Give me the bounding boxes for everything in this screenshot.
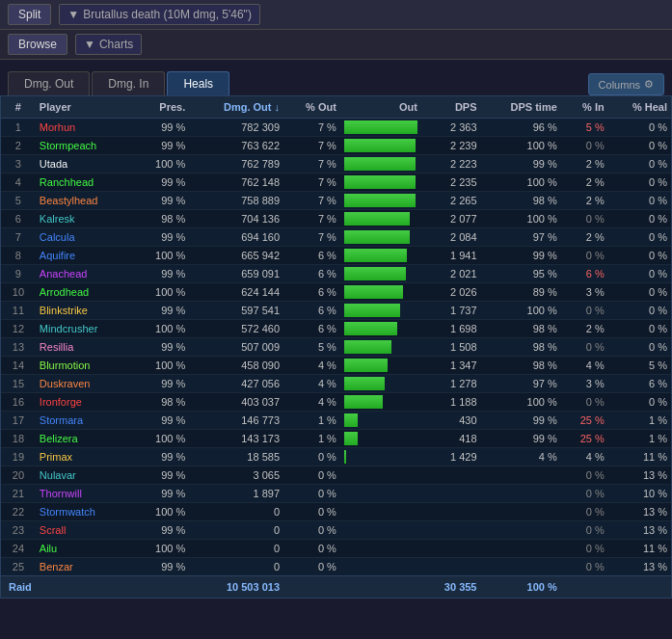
- cell-dmgout: 1 897: [189, 485, 283, 503]
- damage-bar: [344, 230, 410, 244]
- cell-bar: [340, 210, 421, 228]
- cell-dps: 2 363: [421, 119, 481, 137]
- table-row: 6 Kalresk 98 % 704 136 7 % 2 077 100 % 0…: [1, 210, 671, 228]
- cell-player[interactable]: Aquifire: [36, 247, 133, 265]
- cell-num: 23: [1, 521, 36, 540]
- cell-pctout: 7 %: [283, 119, 340, 137]
- bar-wrapper: [344, 230, 417, 244]
- table-row: 20 Nulavar 99 % 3 065 0 % 0 % 13 %: [1, 466, 671, 485]
- cell-dps: 1 278: [421, 375, 481, 393]
- cell-pctin: 4 %: [561, 448, 608, 466]
- cell-dps: [421, 558, 481, 576]
- cell-player[interactable]: Resillia: [36, 338, 133, 357]
- table-row: 13 Resillia 99 % 507 009 5 % 1 508 98 % …: [1, 338, 671, 357]
- columns-button[interactable]: Columns ⚙: [588, 73, 664, 95]
- cell-pctout: 0 %: [283, 558, 340, 576]
- cell-player[interactable]: Mindcrusher: [36, 320, 133, 338]
- cell-pres: 100 %: [133, 247, 189, 265]
- cell-player[interactable]: Calcula: [36, 228, 133, 247]
- cell-pcheal: 0 %: [608, 228, 671, 247]
- cell-player[interactable]: Kalresk: [36, 210, 133, 228]
- cell-player[interactable]: Blurmotion: [36, 357, 133, 375]
- col-pctin: % In: [561, 96, 608, 119]
- browse-button[interactable]: Browse: [8, 34, 67, 55]
- cell-dpstime: 99 %: [481, 155, 561, 173]
- charts-dropdown[interactable]: ▼ Charts: [75, 34, 142, 55]
- damage-bar: [344, 304, 400, 317]
- cell-pres: 100 %: [133, 320, 189, 338]
- table-container: # Player Pres. Dmg. Out ↓ % Out Out DPS …: [0, 95, 672, 599]
- cell-player[interactable]: Scrall: [36, 521, 133, 540]
- cell-dmgout: 694 160: [189, 228, 283, 247]
- cell-player[interactable]: Anachead: [36, 265, 133, 283]
- cell-dps: [421, 521, 481, 540]
- cell-player[interactable]: Belizera: [36, 430, 133, 448]
- cell-pctin: 0 %: [561, 466, 608, 485]
- cell-pres: 99 %: [133, 338, 189, 357]
- cell-player[interactable]: Blinkstrike: [36, 302, 133, 320]
- cell-dps: 2 265: [421, 192, 481, 210]
- damage-bar: [344, 395, 383, 409]
- cell-pctin: 4 %: [561, 357, 608, 375]
- table-row: 4 Ranchhead 99 % 762 148 7 % 2 235 100 %…: [1, 173, 671, 192]
- cell-dps: 2 223: [421, 155, 481, 173]
- cell-dps: 2 239: [421, 137, 481, 155]
- cell-player[interactable]: Duskraven: [36, 375, 133, 393]
- cell-pcheal: 0 %: [608, 173, 671, 192]
- cell-pcheal: 0 %: [608, 283, 671, 302]
- cell-pres: 99 %: [133, 173, 189, 192]
- cell-dmgout: 763 622: [189, 137, 283, 155]
- cell-bar: [340, 302, 421, 320]
- cell-dps: 2 235: [421, 173, 481, 192]
- col-dmgout[interactable]: Dmg. Out ↓: [189, 96, 283, 119]
- cell-bar: [340, 430, 421, 448]
- col-dpstime: DPS time: [481, 96, 561, 119]
- cell-player[interactable]: Primax: [36, 448, 133, 466]
- cell-player[interactable]: Ranchhead: [36, 173, 133, 192]
- cell-player[interactable]: Arrodhead: [36, 283, 133, 302]
- cell-player[interactable]: Stormwatch: [36, 503, 133, 521]
- cell-bar: [340, 448, 421, 466]
- table-row: 9 Anachead 99 % 659 091 6 % 2 021 95 % 6…: [1, 265, 671, 283]
- cell-player[interactable]: Benzar: [36, 558, 133, 576]
- tab-dmg-in[interactable]: Dmg. In: [92, 71, 165, 95]
- damage-bar: [344, 267, 406, 280]
- cell-num: 6: [1, 210, 36, 228]
- cell-player[interactable]: Thornwill: [36, 485, 133, 503]
- cell-player[interactable]: Utada: [36, 155, 133, 173]
- cell-pctin: 0 %: [561, 503, 608, 521]
- damage-bar: [344, 285, 403, 299]
- cell-pctin: 0 %: [561, 540, 608, 558]
- cell-dpstime: 97 %: [481, 228, 561, 247]
- cell-bar: [340, 521, 421, 540]
- tabs-row: Dmg. Out Dmg. In Heals Columns ⚙: [0, 71, 672, 95]
- tab-dmg-out[interactable]: Dmg. Out: [8, 71, 90, 95]
- bar-wrapper: [344, 304, 417, 317]
- split-button[interactable]: Split: [8, 4, 51, 25]
- fight-dropdown[interactable]: ▼ Brutallus death (10M dmg, 5'46"): [59, 4, 260, 25]
- cell-pcheal: 13 %: [608, 558, 671, 576]
- damage-bar: [344, 450, 346, 464]
- cell-dpstime: 100 %: [481, 210, 561, 228]
- cell-pctout: 7 %: [283, 173, 340, 192]
- cell-player[interactable]: Nulavar: [36, 466, 133, 485]
- cell-dpstime: 95 %: [481, 265, 561, 283]
- cell-pctin: 2 %: [561, 320, 608, 338]
- cell-player[interactable]: Ailu: [36, 540, 133, 558]
- cell-pctin: 2 %: [561, 155, 608, 173]
- cell-player[interactable]: Ironforge: [36, 393, 133, 412]
- cell-pcheal: 0 %: [608, 338, 671, 357]
- cell-player[interactable]: Morhun: [36, 119, 133, 137]
- cell-player[interactable]: Stormpeach: [36, 137, 133, 155]
- cell-pctin: 0 %: [561, 210, 608, 228]
- bar-wrapper: [344, 468, 417, 482]
- cell-pctin: 6 %: [561, 265, 608, 283]
- cell-pcheal: 10 %: [608, 485, 671, 503]
- cell-player[interactable]: Stormara: [36, 412, 133, 430]
- cell-pctout: 4 %: [283, 375, 340, 393]
- cell-player[interactable]: Beastylhead: [36, 192, 133, 210]
- tab-heals[interactable]: Heals: [167, 71, 229, 95]
- cell-dpstime: [481, 558, 561, 576]
- cell-dpstime: [481, 503, 561, 521]
- cell-dmgout: 143 173: [189, 430, 283, 448]
